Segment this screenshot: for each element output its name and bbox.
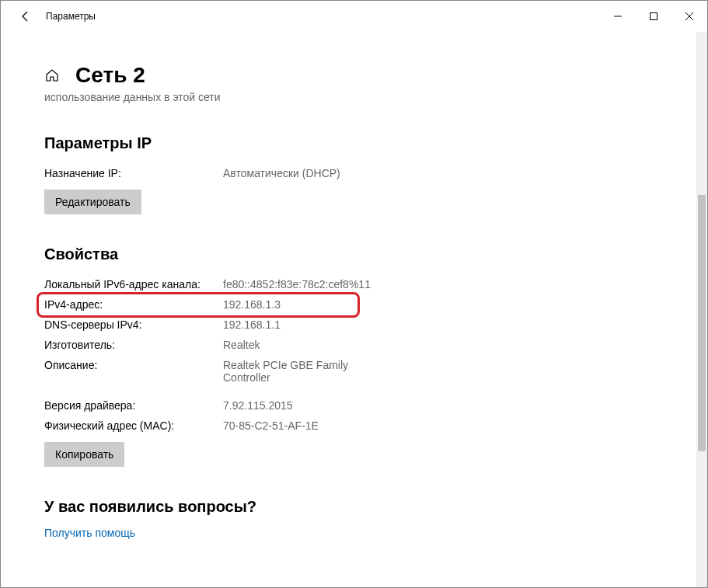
property-row: Изготовитель: Realtek bbox=[44, 335, 371, 355]
page-header: Сеть 2 bbox=[44, 63, 664, 88]
ip-params-heading: Параметры IP bbox=[44, 134, 664, 152]
property-label: DNS-серверы IPv4: bbox=[44, 318, 223, 331]
properties-table: Локальный IPv6-адрес канала: fe80::4852:… bbox=[44, 274, 371, 436]
scroll-thumb[interactable] bbox=[698, 195, 706, 451]
window-title: Параметры bbox=[46, 11, 96, 22]
copy-button[interactable]: Копировать bbox=[44, 442, 124, 467]
ip-assignment-label: Назначение IP: bbox=[44, 167, 223, 179]
property-value: Realtek PCIe GBE Family Controller bbox=[223, 359, 371, 384]
properties-heading: Свойства bbox=[44, 245, 664, 263]
titlebar: Параметры bbox=[1, 1, 707, 32]
ip-assignment-row: Назначение IP: Автоматически (DHCP) bbox=[44, 163, 371, 183]
property-row: Локальный IPv6-адрес канала: fe80::4852:… bbox=[44, 274, 371, 294]
ip-params-table: Назначение IP: Автоматически (DHCP) bbox=[44, 163, 371, 183]
get-help-link[interactable]: Получить помощь bbox=[44, 527, 664, 539]
property-value: fe80::4852:f83e:78c2:cef8%11 bbox=[223, 278, 371, 291]
vertical-scrollbar[interactable] bbox=[696, 32, 707, 587]
property-value: 192.168.1.3 bbox=[223, 298, 371, 311]
edit-button[interactable]: Редактировать bbox=[44, 190, 141, 214]
property-row: Описание: Realtek PCIe GBE Family Contro… bbox=[44, 355, 371, 388]
property-value: 7.92.115.2015 bbox=[223, 399, 371, 412]
property-row: Версия драйвера: 7.92.115.2015 bbox=[44, 395, 371, 416]
home-icon[interactable] bbox=[44, 68, 60, 83]
property-row: Физический адрес (MAC): 70-85-C2-51-AF-1… bbox=[44, 416, 371, 436]
property-label: Версия драйвера: bbox=[44, 399, 223, 412]
back-button[interactable] bbox=[9, 1, 43, 32]
property-label: Локальный IPv6-адрес канала: bbox=[44, 278, 223, 291]
property-label: IPv4-адрес: bbox=[44, 298, 223, 311]
property-label: Изготовитель: bbox=[44, 339, 223, 351]
svg-rect-1 bbox=[650, 13, 657, 20]
property-row: DNS-серверы IPv4: 192.168.1.1 bbox=[44, 315, 371, 335]
minimize-button[interactable] bbox=[600, 1, 636, 32]
content-area: Сеть 2 использование данных в этой сети … bbox=[1, 32, 707, 587]
help-heading: У вас появились вопросы? bbox=[44, 498, 664, 516]
page-title: Сеть 2 bbox=[75, 63, 145, 88]
property-value: 70-85-C2-51-AF-1E bbox=[223, 419, 371, 432]
property-label: Физический адрес (MAC): bbox=[44, 419, 223, 432]
property-label: Описание: bbox=[44, 359, 223, 384]
property-value: Realtek bbox=[223, 339, 371, 351]
property-value: 192.168.1.1 bbox=[223, 318, 371, 331]
maximize-button[interactable] bbox=[636, 1, 671, 32]
ip-assignment-value: Автоматически (DHCP) bbox=[223, 167, 371, 179]
close-button[interactable] bbox=[671, 1, 707, 32]
page-subcaption: использование данных в этой сети bbox=[44, 91, 664, 103]
window-controls bbox=[600, 1, 707, 32]
property-row-ipv4: IPv4-адрес: 192.168.1.3 bbox=[44, 294, 371, 315]
